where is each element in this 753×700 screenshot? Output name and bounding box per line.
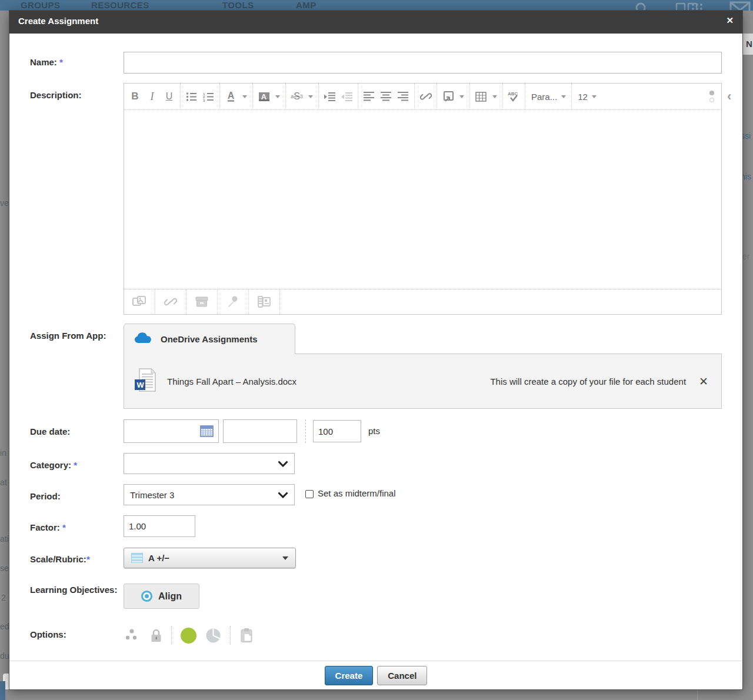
align-center-icon[interactable] <box>378 84 395 109</box>
word-letter: W <box>137 381 145 389</box>
scale-rubric-select[interactable]: A +/− <box>124 548 296 568</box>
period-select[interactable]: Trimester 3 <box>124 484 295 505</box>
due-time-input[interactable] <box>223 419 297 443</box>
points-unit-label: pts <box>368 426 380 436</box>
background-fragment: se <box>0 564 9 573</box>
insert-table-icon[interactable] <box>472 84 489 109</box>
assign-from-app-label: Assign From App: <box>30 329 123 342</box>
factor-label: Factor: * <box>30 521 123 534</box>
background-fragment: ed <box>0 622 9 631</box>
toolbar-dot-active <box>709 91 714 95</box>
strikethrough-glyph: S <box>294 91 300 102</box>
period-label: Period: <box>30 490 123 502</box>
insert-image-icon[interactable] <box>124 289 155 314</box>
underline-icon[interactable]: U <box>161 84 178 109</box>
bullet-list-icon[interactable] <box>183 84 200 109</box>
period-value: Trimester 3 <box>130 490 174 500</box>
svg-text:3: 3 <box>203 98 205 102</box>
editor-bottom-spacer <box>280 289 721 314</box>
scale-rubric-value: A +/− <box>148 553 169 563</box>
nav-item-tools[interactable]: TOOLS <box>222 0 254 10</box>
options-divider <box>230 626 231 645</box>
description-label: Description: <box>30 89 123 101</box>
font-size-dropdown-icon[interactable] <box>592 95 597 98</box>
background-fragment: 2 <box>1 593 6 602</box>
category-select[interactable] <box>124 453 295 474</box>
nav-item-resources[interactable]: RESOURCES <box>91 0 149 10</box>
chevron-down-icon <box>282 556 288 560</box>
description-editor[interactable]: B I U 123 A A aS3 <box>124 83 722 315</box>
nav-item-amp[interactable]: AMP <box>296 0 316 10</box>
highlight-color-icon[interactable]: A <box>259 92 269 101</box>
insert-content-icon[interactable] <box>439 84 457 109</box>
cancel-button[interactable]: Cancel <box>377 666 427 685</box>
factor-input[interactable] <box>124 515 195 537</box>
name-input[interactable] <box>124 52 722 74</box>
align-objectives-button[interactable]: Align <box>124 584 199 609</box>
onedrive-file-panel: W Things Fall Apart – Analysis.docx This… <box>124 354 722 409</box>
attached-file-name: Things Fall Apart – Analysis.docx <box>167 376 296 386</box>
due-date-divider <box>305 419 306 443</box>
search-icon[interactable] <box>634 1 649 11</box>
insert-resource-grid-icon[interactable] <box>249 289 280 314</box>
numbered-list-icon[interactable]: 123 <box>200 84 217 109</box>
chevron-down-icon <box>278 459 288 469</box>
background-divider <box>697 689 698 700</box>
text-style-dropdown-icon[interactable] <box>308 95 313 98</box>
remove-file-icon[interactable]: ✕ <box>699 375 708 388</box>
bold-icon[interactable]: B <box>126 84 144 109</box>
nav-item-groups[interactable]: GROUPS <box>21 0 60 10</box>
background-frame-corner <box>0 681 5 700</box>
indent-icon[interactable] <box>321 84 338 109</box>
record-audio-icon[interactable] <box>218 289 249 314</box>
target-icon <box>141 591 152 602</box>
published-status-icon[interactable] <box>181 628 196 644</box>
align-right-icon[interactable] <box>395 84 412 109</box>
insert-table-dropdown-icon[interactable] <box>492 95 497 98</box>
scale-rubric-label: Scale/Rubric:* <box>30 553 123 565</box>
apps-grid-icon[interactable] <box>688 1 706 11</box>
calendar-icon[interactable] <box>200 425 214 439</box>
font-color-dropdown-icon[interactable] <box>242 95 247 98</box>
background-fragment: N <box>746 39 752 49</box>
spellcheck-icon[interactable]: ABC <box>505 84 522 109</box>
points-input[interactable] <box>313 420 361 442</box>
insert-link-icon[interactable] <box>417 84 434 109</box>
outdent-icon[interactable] <box>338 84 355 109</box>
category-label: Category: * <box>30 459 123 471</box>
close-icon[interactable]: ✕ <box>726 16 734 25</box>
chevron-down-icon <box>278 490 288 500</box>
grade-statistics-pie-icon[interactable] <box>205 628 221 644</box>
tab-onedrive-assignments[interactable]: OneDrive Assignments <box>124 324 295 354</box>
file-copy-note: This will create a copy of your file for… <box>490 376 686 386</box>
grading-scale-icon <box>131 553 143 563</box>
italic-icon[interactable]: I <box>144 84 161 109</box>
background-fragment: du <box>0 651 9 661</box>
attach-link-icon[interactable] <box>155 289 186 314</box>
align-left-icon[interactable] <box>361 84 378 109</box>
paragraph-format-dropdown-icon[interactable] <box>561 95 566 98</box>
insert-content-dropdown-icon[interactable] <box>459 95 464 98</box>
create-assignment-modal: Create Assignment ✕ Name: * Description:… <box>9 11 742 689</box>
highlight-color-dropdown-icon[interactable] <box>275 95 280 98</box>
midterm-final-checkbox[interactable] <box>305 490 314 498</box>
options-divider <box>171 626 172 645</box>
create-button[interactable]: Create <box>325 666 374 685</box>
font-size-value[interactable]: 12 <box>574 92 589 102</box>
toolbar-dot-inactive <box>709 98 714 102</box>
align-button-label: Align <box>158 591 182 602</box>
messages-envelope-icon[interactable] <box>729 1 751 11</box>
copy-to-courses-clipboard-icon[interactable] <box>239 628 254 644</box>
text-style-icon[interactable]: aS3 <box>288 84 305 109</box>
resources-archive-icon[interactable] <box>186 289 218 314</box>
background-fragment: at <box>0 478 7 487</box>
toolbar-page-toggle-icon[interactable] <box>702 84 721 109</box>
individually-assign-icon[interactable] <box>125 628 141 643</box>
collapse-toolbar-icon[interactable]: ‹ <box>727 89 731 104</box>
paragraph-format-value[interactable]: Para... <box>528 92 558 102</box>
font-color-icon[interactable]: A <box>228 91 235 102</box>
lock-icon[interactable] <box>150 628 162 643</box>
background-fragment: ve <box>0 198 9 208</box>
description-textarea[interactable] <box>124 110 721 289</box>
modal-footer: Create Cancel <box>9 661 742 689</box>
